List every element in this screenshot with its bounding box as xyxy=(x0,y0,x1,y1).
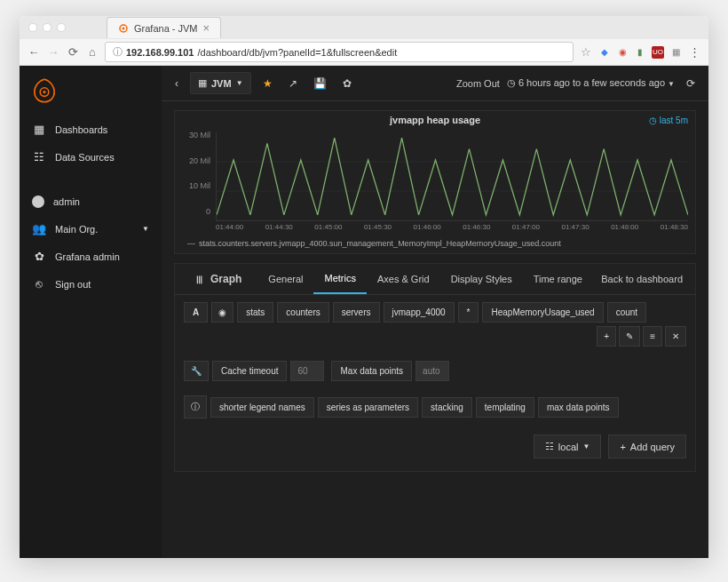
wrench-icon[interactable]: 🔧 xyxy=(184,361,209,381)
tab-display[interactable]: Display Styles xyxy=(440,265,523,293)
panel-editor: ⫼ Graph General Metrics Axes & Grid Disp… xyxy=(174,263,696,472)
info-icon: ⓘ xyxy=(113,45,123,59)
x-axis: 01:44:0001:44:3001:45:0001:45:3001:46:00… xyxy=(216,221,688,233)
query-row-a: A ◉ stats counters servers jvmapp_4000 *… xyxy=(175,295,695,354)
grid-icon: ▦ xyxy=(198,77,207,89)
options-row: 🔧 Cache timeout 60 Max data points auto xyxy=(175,354,695,388)
sidebar-item-label: Grafana admin xyxy=(55,251,120,262)
sidebar-item-signout[interactable]: ⎋ Sign out xyxy=(20,270,162,298)
svg-point-3 xyxy=(43,91,45,93)
gear-icon: ✿ xyxy=(32,250,46,263)
query-seg[interactable]: * xyxy=(458,302,479,323)
chevron-down-icon: ▼ xyxy=(582,442,590,450)
url-field[interactable]: ⓘ 192.168.99.101/dashboard/db/jvm?panelI… xyxy=(105,42,574,62)
database-icon: ☷ xyxy=(545,441,554,452)
back-to-dashboard-link[interactable]: Back to dashboard xyxy=(597,265,686,293)
tab-timerange[interactable]: Time range xyxy=(523,265,593,293)
editor-type[interactable]: ⫼ Graph xyxy=(184,264,257,294)
info-icon: ⓘ xyxy=(184,395,207,419)
home-icon[interactable]: ⌂ xyxy=(85,45,99,59)
sidebar-item-datasources[interactable]: ☷ Data Sources xyxy=(20,143,162,171)
hint-link[interactable]: max data points xyxy=(538,397,619,418)
sidebar-item-admin[interactable]: admin xyxy=(20,188,162,215)
dashboard-picker[interactable]: ▦ JVM ▼ xyxy=(190,72,251,94)
url-host: 192.168.99.101 xyxy=(126,47,194,58)
svg-point-1 xyxy=(123,27,125,29)
query-seg[interactable]: jvmapp_4000 xyxy=(384,302,455,323)
sidebar-item-dashboards[interactable]: ▦ Dashboards xyxy=(20,116,162,143)
clock-icon: ◷ xyxy=(507,77,516,88)
reload-icon[interactable]: ⟳ xyxy=(66,45,80,59)
query-seg[interactable]: counters xyxy=(277,302,328,323)
cache-timeout-label: Cache timeout xyxy=(212,361,287,381)
plus-icon[interactable]: + xyxy=(597,326,616,347)
sidebar-item-org[interactable]: 👥 Main Org. ▼ xyxy=(20,215,162,243)
query-seg[interactable]: count xyxy=(607,302,646,323)
add-query-button[interactable]: + Add query xyxy=(608,435,686,458)
database-icon: ☷ xyxy=(32,150,46,163)
ext-icon-3[interactable]: ▮ xyxy=(634,46,646,59)
hint-link[interactable]: series as parameters xyxy=(318,397,418,418)
eye-icon[interactable]: ◉ xyxy=(211,302,233,323)
settings-icon[interactable]: ✿ xyxy=(338,74,356,93)
time-range-picker[interactable]: ◷ 6 hours ago to a few seconds ago ▼ xyxy=(507,77,675,89)
chart-panel: jvmapp heap usage ◷ last 5m 30 Mil20 Mil… xyxy=(174,110,696,254)
traffic-min[interactable] xyxy=(43,23,51,32)
ext-icon-4[interactable]: UO xyxy=(652,46,664,59)
chevron-down-icon: ▼ xyxy=(236,79,243,87)
forward-icon[interactable]: → xyxy=(46,45,60,59)
sidebar-item-label: Main Org. xyxy=(55,224,98,235)
y-axis: 30 Mil20 Mil10 Mil0 xyxy=(175,129,214,218)
pencil-icon[interactable]: ✎ xyxy=(619,326,640,347)
panel-time-link[interactable]: ◷ last 5m xyxy=(649,116,688,125)
sidebar-item-label: Dashboards xyxy=(55,124,107,135)
traffic-max[interactable] xyxy=(57,23,66,32)
max-data-points-input[interactable]: auto xyxy=(415,361,449,381)
cache-timeout-input[interactable]: 60 xyxy=(290,361,324,381)
traffic-close[interactable] xyxy=(28,23,37,32)
sidebar-item-grafana-admin[interactable]: ✿ Grafana admin xyxy=(20,243,162,270)
query-seg[interactable]: servers xyxy=(333,302,380,323)
address-bar: ← → ⟳ ⌂ ⓘ 192.168.99.101/dashboard/db/jv… xyxy=(20,39,708,66)
sidebar: ▦ Dashboards ☷ Data Sources admin 👥 Main… xyxy=(20,66,162,558)
grid-icon: ▦ xyxy=(32,123,46,136)
users-icon: 👥 xyxy=(32,222,46,235)
editor-tabs: ⫼ Graph General Metrics Axes & Grid Disp… xyxy=(175,264,695,295)
remove-icon[interactable]: ✕ xyxy=(665,326,686,347)
tab-general[interactable]: General xyxy=(257,265,313,293)
browser-title-bar: Grafana - JVM × xyxy=(20,16,708,39)
save-icon[interactable]: 💾 xyxy=(309,74,331,93)
plus-icon: + xyxy=(620,442,625,452)
zoom-out-button[interactable]: Zoom Out xyxy=(456,78,500,89)
share-icon[interactable]: ↗ xyxy=(284,74,302,93)
datasource-picker[interactable]: ☷ local ▼ xyxy=(534,435,602,458)
sidebar-item-label: admin xyxy=(53,196,80,207)
tab-metrics[interactable]: Metrics xyxy=(313,264,366,294)
star-icon[interactable]: ★ xyxy=(258,74,277,93)
ext-icon-2[interactable]: ◉ xyxy=(616,46,629,59)
chart-legend[interactable]: —stats.counters.servers.jvmapp_4000.sun_… xyxy=(175,235,695,253)
query-letter[interactable]: A xyxy=(184,302,208,323)
hint-link[interactable]: templating xyxy=(476,397,534,418)
star-icon[interactable]: ☆ xyxy=(579,45,593,59)
close-icon[interactable]: × xyxy=(203,21,210,35)
hint-link[interactable]: stacking xyxy=(422,397,472,418)
grafana-logo-icon[interactable] xyxy=(30,76,59,105)
menu-icon[interactable]: ≡ xyxy=(643,326,662,347)
panel-title: jvmapp heap usage xyxy=(390,115,480,125)
menu-icon[interactable]: ⋮ xyxy=(687,45,701,59)
browser-tab[interactable]: Grafana - JVM × xyxy=(107,17,221,38)
ext-icon-5[interactable]: ▦ xyxy=(669,46,682,59)
hint-link[interactable]: shorter legend names xyxy=(210,397,314,418)
tab-axes[interactable]: Axes & Grid xyxy=(367,265,440,293)
refresh-icon[interactable]: ⟳ xyxy=(682,74,700,93)
sidebar-item-label: Data Sources xyxy=(55,152,115,163)
chart-area[interactable]: 30 Mil20 Mil10 Mil0 01:44:0001:44:3001:4… xyxy=(175,129,695,235)
url-path: /dashboard/db/jvm?panelId=1&fullscreen&e… xyxy=(197,47,397,58)
chevron-left-icon[interactable]: ‹ xyxy=(170,74,183,93)
back-icon[interactable]: ← xyxy=(27,45,41,59)
query-seg[interactable]: HeapMemoryUsage_used xyxy=(482,302,603,323)
ext-icon-1[interactable]: ◆ xyxy=(598,46,611,59)
query-seg[interactable]: stats xyxy=(237,302,273,323)
signout-icon: ⎋ xyxy=(32,277,46,291)
